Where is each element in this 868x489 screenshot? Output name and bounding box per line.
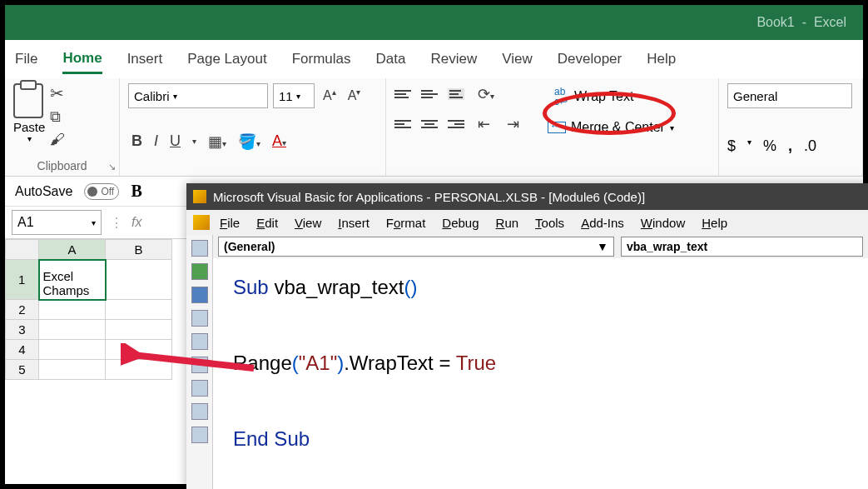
vbe-code-pane[interactable]: Sub vba_wrap_text() Range("A1").WrapText… [213, 258, 868, 468]
font-size-combo[interactable]: 11▾ [273, 83, 315, 108]
vbe-tool-icon[interactable] [191, 427, 208, 443]
tab-home[interactable]: Home [62, 45, 102, 74]
increase-decimal-icon[interactable]: .0 [804, 137, 816, 155]
cell-a4[interactable] [39, 340, 106, 360]
number-format-combo[interactable]: General [727, 83, 852, 108]
titlebar: Book1 - Excel [5, 5, 863, 40]
comma-icon[interactable]: , [788, 137, 792, 155]
select-all-corner[interactable] [6, 240, 39, 260]
vbe-tool-icon[interactable] [191, 333, 208, 350]
grip-icon[interactable]: ⋮ [110, 215, 123, 231]
increase-indent-icon[interactable]: ⇥ [503, 113, 523, 135]
format-painter-icon[interactable]: 🖌 [50, 131, 65, 148]
underline-button[interactable]: U [166, 131, 184, 152]
tab-insert[interactable]: Insert [127, 46, 163, 72]
cell-a1[interactable]: Excel Champs [39, 260, 106, 300]
vbe-menu-addins[interactable]: Add-Ins [574, 216, 631, 230]
wrap-text-button[interactable]: abc↩ Wrap Text [548, 83, 674, 110]
paste-label: Paste [13, 120, 45, 134]
row-header-2[interactable]: 2 [6, 300, 39, 320]
cut-icon[interactable]: ✂ [50, 83, 65, 103]
vbe-menu-insert[interactable]: Insert [331, 216, 376, 230]
chevron-down-icon[interactable]: ▾ [747, 137, 751, 155]
align-left-icon[interactable] [394, 120, 411, 128]
vbe-menu-format[interactable]: Format [379, 216, 433, 230]
tab-data[interactable]: Data [376, 46, 406, 72]
chevron-down-icon: ▾ [173, 92, 177, 101]
vbe-menu-view[interactable]: View [288, 216, 328, 230]
vbe-run-icon[interactable] [191, 263, 208, 280]
vbe-tool-icon[interactable] [191, 357, 208, 373]
vbe-tool-icon[interactable] [191, 380, 208, 397]
vbe-menu-run[interactable]: Run [489, 216, 526, 230]
col-header-a[interactable]: A [39, 240, 106, 260]
decrease-font-icon[interactable]: A▾ [345, 86, 365, 105]
vbe-tool-icon[interactable] [191, 403, 208, 420]
align-bottom-icon[interactable] [448, 88, 464, 100]
alignment-group: ⟳▾ ⇤ ⇥ abc↩ Wrap Text [386, 78, 719, 176]
vbe-break-icon[interactable] [191, 287, 208, 303]
tab-page-layout[interactable]: Page Layout [187, 46, 266, 72]
percent-icon[interactable]: % [763, 137, 776, 155]
orientation-icon[interactable]: ⟳▾ [474, 83, 498, 105]
tab-help[interactable]: Help [647, 46, 676, 72]
vbe-menu-edit[interactable]: Edit [250, 216, 285, 230]
font-name-combo[interactable]: Calibri▾ [128, 83, 268, 108]
cell-b4[interactable] [106, 340, 172, 360]
vbe-window[interactable]: Microsoft Visual Basic for Applications … [186, 183, 868, 489]
vbe-menu-help[interactable]: Help [695, 216, 734, 230]
row-header-1[interactable]: 1 [6, 260, 39, 300]
cell-a5[interactable] [39, 360, 106, 380]
ribbon: Paste ▾ ✂ ⧉ 🖌 Clipboard ↘ Calibri▾ 11▾ [5, 78, 863, 177]
vbe-icon[interactable] [193, 215, 210, 230]
copy-icon[interactable]: ⧉ [50, 108, 65, 126]
vbe-tool-icon[interactable] [191, 240, 208, 257]
tab-file[interactable]: File [15, 46, 37, 72]
fx-icon[interactable]: fx [131, 215, 141, 230]
vbe-procedure-dropdown[interactable]: vba_wrap_text [621, 237, 863, 257]
dialog-launcher-icon[interactable]: ↘ [108, 162, 116, 172]
chevron-down-icon[interactable]: ▾ [189, 135, 200, 147]
vbe-toolbox [186, 235, 213, 489]
vbe-tool-icon[interactable] [191, 310, 208, 327]
cell-a2[interactable] [39, 300, 106, 320]
vbe-menu-debug[interactable]: Debug [435, 216, 485, 230]
align-middle-icon[interactable] [421, 90, 438, 98]
tab-formulas[interactable]: Formulas [292, 46, 351, 72]
col-header-b[interactable]: B [106, 240, 172, 260]
paste-button[interactable]: Paste ▾ [13, 83, 45, 148]
align-right-icon[interactable] [448, 120, 464, 128]
vbe-menu-tools[interactable]: Tools [528, 216, 571, 230]
italic-button[interactable]: I [151, 131, 161, 152]
cell-b1[interactable] [106, 260, 172, 300]
cell-b2[interactable] [106, 300, 172, 320]
vbe-menu-file[interactable]: File [213, 216, 246, 230]
tab-developer[interactable]: Developer [558, 46, 622, 72]
align-top-icon[interactable] [394, 90, 411, 98]
fill-color-icon[interactable]: 🪣▾ [235, 131, 264, 152]
row-header-3[interactable]: 3 [6, 320, 39, 340]
decrease-indent-icon[interactable]: ⇤ [474, 113, 494, 135]
cell-b3[interactable] [106, 320, 172, 340]
row-header-4[interactable]: 4 [6, 340, 39, 360]
vbe-titlebar[interactable]: Microsoft Visual Basic for Applications … [186, 183, 868, 210]
increase-font-icon[interactable]: A▴ [320, 86, 340, 105]
tab-view[interactable]: View [502, 46, 533, 72]
vbe-menu-window[interactable]: Window [634, 216, 692, 230]
font-color-icon[interactable]: A▾ [269, 131, 290, 152]
tab-review[interactable]: Review [430, 46, 477, 72]
bold-button[interactable]: B [128, 131, 146, 152]
name-box[interactable]: A1 ▾ [12, 210, 102, 235]
align-center-icon[interactable] [421, 120, 438, 128]
row-header-5[interactable]: 5 [6, 360, 39, 380]
autosave-toggle[interactable]: Off [84, 183, 119, 200]
currency-icon[interactable]: $ [727, 137, 736, 155]
font-group: Calibri▾ 11▾ A▴ A▾ B I U ▾ ▦▾ 🪣▾ A▾ [120, 78, 386, 176]
cell-b5[interactable] [106, 360, 172, 380]
bold-qat-icon[interactable]: B [131, 182, 141, 201]
autosave-label: AutoSave [15, 184, 72, 199]
borders-icon[interactable]: ▦▾ [205, 131, 230, 152]
cell-a3[interactable] [39, 320, 106, 340]
vbe-object-dropdown[interactable]: (General)▼ [218, 237, 614, 257]
merge-center-button[interactable]: Merge & Center ▾ [548, 120, 674, 135]
